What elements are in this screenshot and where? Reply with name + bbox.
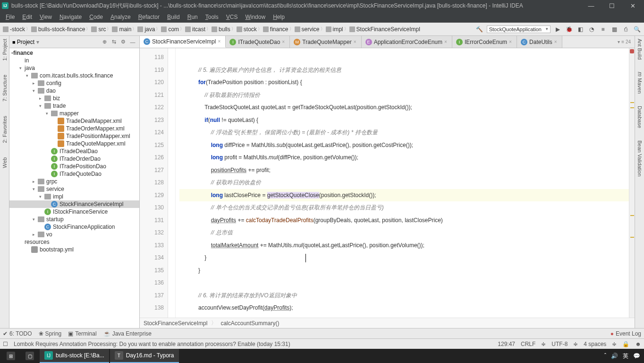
run-button[interactable]: ▶ [553, 25, 562, 34]
breadcrumb--stock[interactable]: -stock [3, 26, 25, 33]
indent-setting[interactable]: 4 spaces [584, 341, 606, 347]
tree-item-startup[interactable]: ▾startup [9, 216, 139, 223]
breadcrumb-bulls-stock-finance[interactable]: bulls-stock-finance [31, 26, 85, 33]
java-enterprise-tool-button[interactable]: ☕ Java Enterprise [103, 330, 152, 337]
tray-notifications-icon[interactable]: 💬 [633, 353, 640, 359]
taskbar-app-typora[interactable]: TDay16.md - Typora [110, 349, 179, 363]
web-tool-button[interactable]: Web [2, 157, 8, 168]
maximize-button[interactable]: ☐ [602, 0, 621, 11]
menu-navigate[interactable]: Navigate [57, 13, 85, 21]
breadcrumb-bulls[interactable]: bulls [212, 26, 230, 33]
menu-code[interactable]: Code [86, 13, 106, 21]
project-tool-button[interactable]: 1: Project [2, 39, 8, 60]
status-icon[interactable]: ☐ [3, 341, 8, 347]
menu-edit[interactable]: Edit [19, 13, 35, 21]
maven-tool-button[interactable]: m Maven [636, 72, 643, 94]
tree-item-stockfinanceapplication[interactable]: CStockFinanceApplication [9, 223, 139, 231]
tree-item-bootstrap-yml[interactable]: bootstrap.yml [9, 246, 139, 253]
tree-item-biz[interactable]: ▸biz [9, 95, 139, 102]
coverage-icon[interactable]: ◧ [576, 25, 585, 34]
breadcrumb-itcast[interactable]: itcast [185, 26, 205, 33]
bean-validation-tool-button[interactable]: Bean Validation [637, 140, 643, 176]
tree-item-itradeorderdao[interactable]: IITradeOrderDao [9, 155, 139, 163]
terminal-tool-button[interactable]: ▣ Terminal [68, 330, 96, 337]
tree-item-impl[interactable]: ▾impl [9, 193, 139, 200]
tree-item-grpc[interactable]: ▸grpc [9, 178, 139, 185]
menu-window[interactable]: Window [242, 13, 268, 21]
run-config-combo[interactable]: StockQuoteApplication [487, 26, 551, 33]
profile-icon[interactable]: ◔ [587, 25, 596, 34]
close-button[interactable]: ✕ [623, 0, 642, 11]
breadcrumb-stock[interactable]: stock [237, 26, 257, 33]
editor-tab-stockfinanceserviceimpl[interactable]: CStockFinanceServiceImpl× [140, 36, 226, 48]
tree-item-dao[interactable]: ▾dao [9, 87, 139, 95]
start-button[interactable]: ⊞ [2, 349, 20, 363]
line-separator[interactable]: CRLF [521, 341, 535, 347]
hector-icon[interactable]: ☻ [635, 341, 641, 347]
tree-item-tradequotemapper-xml[interactable]: TradeQuoteMapper.xml [9, 140, 139, 147]
structure-tool-button[interactable]: 7: Structure [2, 75, 8, 102]
breadcrumb-stockfinanceserviceimpl[interactable]: StockFinanceServiceImpl [349, 26, 420, 33]
todo-tool-button[interactable]: ✔ 6: TODO [3, 330, 32, 337]
file-encoding[interactable]: UTF-8 [551, 341, 568, 347]
database-tool-button[interactable]: Database [637, 106, 643, 128]
tree-item-stockfinanceserviceimpl[interactable]: CStockFinanceServiceImpl [9, 200, 139, 208]
tree-item-mapper[interactable]: ▾mapper [9, 110, 139, 117]
minimize-button[interactable]: — [582, 0, 601, 11]
menu-tools[interactable]: Tools [203, 13, 221, 21]
readonly-lock-icon[interactable]: 🔒 [622, 341, 629, 347]
stop-button[interactable]: ■ [599, 25, 607, 34]
scroll-from-source-icon[interactable]: ⊕ [101, 38, 108, 46]
taskbar-app-intellij[interactable]: IJbulls-stock [E:\Ba... [40, 349, 109, 363]
tree-item-in[interactable]: in [9, 57, 139, 64]
breadcrumb-com[interactable]: com [161, 26, 179, 33]
debug-button[interactable]: 🐞 [565, 25, 573, 34]
event-log-button[interactable]: ● Event Log [610, 330, 641, 337]
settings-icon[interactable]: ⚙ [119, 38, 127, 46]
code-editor[interactable]: // 5. 遍历交易账户的持仓信息， 计算资金总览的相关信息 for(Trade… [176, 48, 629, 318]
tray-chevron-icon[interactable]: ˆ [604, 353, 606, 359]
tray-volume-icon[interactable]: 🔊 [611, 353, 618, 359]
breadcrumb-finance[interactable]: finance [263, 26, 288, 33]
breadcrumb-src[interactable]: src [91, 26, 106, 33]
breadcrumb-main[interactable]: main [112, 26, 131, 33]
cursor-position[interactable]: 129:47 [498, 341, 515, 347]
collapse-all-icon[interactable]: ⇆ [110, 38, 118, 46]
tree-item-itradepositiondao[interactable]: IITradePositionDao [9, 163, 139, 170]
tree-item-tradepositionmapper-xml[interactable]: TradePositionMapper.xml [9, 132, 139, 140]
spring-tool-button[interactable]: ❀ Spring [39, 330, 62, 337]
editor-tab-applicationerrorcodeenum[interactable]: EApplicationErrorCodeEnum× [362, 36, 452, 48]
menu-view[interactable]: View [37, 13, 55, 21]
error-stripe[interactable] [629, 48, 635, 318]
task-view-button[interactable]: ▢ [21, 349, 39, 363]
menu-file[interactable]: File [3, 13, 17, 21]
layout-icon[interactable]: ▦ [610, 25, 619, 34]
tree-item-itradedealdao[interactable]: IITradeDealDao [9, 147, 139, 155]
tree-item-istockfinanceservice[interactable]: IIStockFinanceService [9, 208, 139, 216]
tree-item-itradequotedao[interactable]: IITradeQuoteDao [9, 170, 139, 178]
breadcrumb-java[interactable]: java [137, 26, 155, 33]
tree-item-java[interactable]: ▾java [9, 64, 139, 72]
inspect-icon[interactable]: ⎙ [621, 25, 630, 34]
ant-build-tool-button[interactable]: Ant Build [637, 39, 643, 60]
tree-item-trade[interactable]: ▾trade [9, 102, 139, 110]
tree-item-vo[interactable]: ▸vo [9, 231, 139, 238]
status-message[interactable]: Lombok Requires Annotation Processing: D… [14, 341, 290, 347]
menu-vcs[interactable]: VCS [223, 13, 241, 21]
tree-item-tradedealmapper-xml[interactable]: TradeDealMapper.xml [9, 117, 139, 125]
menu-build[interactable]: Build [164, 13, 183, 21]
editor-tab-itradequotedao[interactable]: IITradeQuoteDao× [226, 36, 290, 48]
search-icon[interactable]: 🔍 [633, 25, 641, 34]
editor-tab-tradequotemapper[interactable]: MTradeQuoteMapper× [290, 36, 361, 48]
breadcrumb-service[interactable]: service [295, 26, 320, 33]
tree-item-config[interactable]: ▸config [9, 79, 139, 87]
tree-item-com-itcast-bulls-stock-finance[interactable]: ▾com.itcast.bulls.stock.finance [9, 72, 139, 79]
editor-tab-ierrorcodeenum[interactable]: IIErrorCodeEnum× [452, 36, 517, 48]
menu-analyze[interactable]: Analyze [108, 13, 134, 21]
hide-icon[interactable]: — [129, 38, 136, 46]
tray-ime[interactable]: 英 [623, 352, 628, 360]
breadcrumb-impl[interactable]: impl [326, 26, 343, 33]
tree-item-tradeordermapper-xml[interactable]: TradeOrderMapper.xml [9, 125, 139, 132]
build-icon[interactable]: 🔨 [475, 25, 484, 34]
tree-item-resources[interactable]: resources [9, 238, 139, 246]
